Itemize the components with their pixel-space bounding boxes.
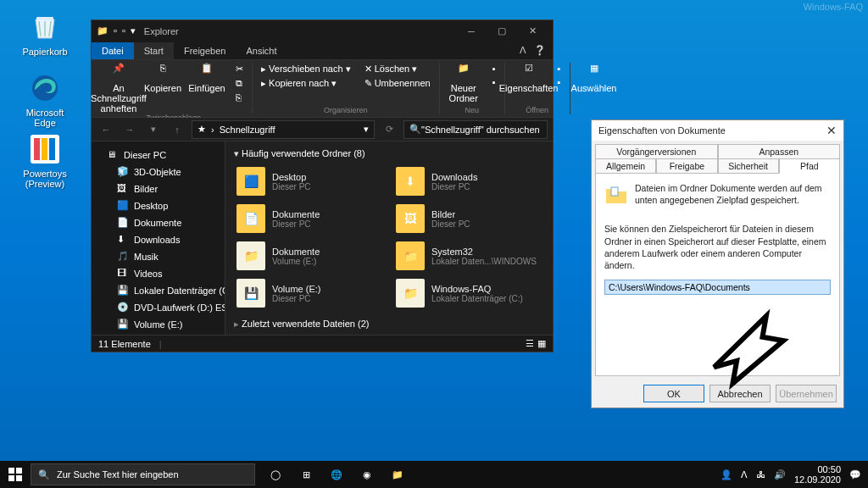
address-row: ← → ▾ ↑ ★ › Schnellzugriff ▾ ⟳ 🔍 "Schnel… <box>92 118 553 141</box>
copy-to-button[interactable]: ▸ Kopieren nach ▾ <box>258 77 354 90</box>
tray-network-icon[interactable]: 🖧 <box>756 469 765 480</box>
tab-share[interactable]: Freigeben <box>174 42 236 59</box>
content-pane: ▾ Häufig verwendete Ordner (8) 🟦 Desktop… <box>225 141 553 335</box>
tree-dvd[interactable]: 💿DVD-Laufwerk (D:) ESD-ISO <box>93 299 223 316</box>
folder-item[interactable]: 📁 Windows-FAQLokaler Datenträger (C:) <box>393 276 544 310</box>
folder-item[interactable]: ⬇ DownloadsDieser PC <box>393 164 544 198</box>
tray-chevron-icon[interactable]: ᐱ <box>741 469 748 480</box>
folder-name: Bilder <box>431 209 470 219</box>
apply-button[interactable]: Übernehmen <box>776 385 837 402</box>
folder-icon: ⬇ <box>396 167 425 196</box>
paste-icon: 📋 <box>198 63 216 81</box>
desktop-icon-edge[interactable]: Microsoft Edge <box>14 71 75 128</box>
folder-icon: 📁 <box>396 279 425 308</box>
folder-item[interactable]: 🖼 BilderDieser PC <box>393 202 544 236</box>
ok-button[interactable]: OK <box>643 385 704 402</box>
svg-rect-5 <box>49 138 55 160</box>
tray-volume-icon[interactable]: 🔊 <box>774 469 786 480</box>
tab-file[interactable]: Datei <box>92 42 134 59</box>
taskbar-search[interactable]: 🔍 Zur Suche Text hier eingeben <box>31 463 255 485</box>
tray-notifications-icon[interactable]: 💬 <box>849 469 861 480</box>
taskbar-chrome[interactable]: ◉ <box>352 461 382 488</box>
minimize-button[interactable]: ─ <box>456 26 487 36</box>
tab-previous-versions[interactable]: Vorgängerversionen <box>595 144 718 159</box>
folder-item[interactable]: 📁 DokumenteVolume (E:) <box>234 239 385 273</box>
tab-path[interactable]: Pfad <box>779 158 840 174</box>
tab-start[interactable]: Start <box>134 42 174 59</box>
tab-view[interactable]: Ansicht <box>236 42 287 59</box>
close-button[interactable]: ✕ <box>826 124 837 137</box>
drive-icon: 💾 <box>117 319 129 330</box>
folder-item[interactable]: 📁 System32Lokaler Daten...\WINDOWS <box>393 239 544 273</box>
properties-button[interactable]: ☑Eigenschaften <box>510 63 548 93</box>
copy-button[interactable]: ⎘Kopieren <box>144 63 181 93</box>
tree-this-pc[interactable]: 🖥Dieser PC <box>93 147 223 164</box>
new-folder-button[interactable]: 📁Neuer Ordner <box>445 63 482 103</box>
desktop-icon-powertoys[interactable]: Powertoys (Preview) <box>14 132 75 189</box>
pin-button[interactable]: 📌An Schnellzugriff anheften <box>100 63 137 114</box>
tray-people-icon[interactable]: 👤 <box>721 469 732 480</box>
group-label: Neu <box>465 106 479 114</box>
search-icon: 🔍 <box>409 124 421 135</box>
videos-icon: 🎞 <box>117 268 129 280</box>
tab-share[interactable]: Freigabe <box>656 158 717 174</box>
refresh-button[interactable]: ⟳ <box>380 120 398 139</box>
tree-drive-e[interactable]: 💾Volume (E:) <box>93 316 223 333</box>
tree-desktop[interactable]: 🟦Desktop <box>93 197 223 214</box>
taskbar: 🔍 Zur Suche Text hier eingeben ◯ ⊞ 🌐 ◉ 📁… <box>0 461 868 488</box>
tray-clock[interactable]: 00:5012.09.2020 <box>794 464 841 485</box>
address-bar[interactable]: ★ › Schnellzugriff ▾ <box>192 120 375 139</box>
collapse-ribbon-button[interactable]: ᐱ ❔ <box>513 42 553 59</box>
tab-general[interactable]: Allgemein <box>595 158 656 174</box>
qat-dropdown-icon[interactable]: ▾ <box>131 25 136 36</box>
taskbar-explorer[interactable]: 📁 <box>382 461 413 488</box>
tree-documents[interactable]: 📄Dokumente <box>93 214 223 231</box>
delete-button[interactable]: ✕ Löschen ▾ <box>361 63 434 75</box>
tab-security[interactable]: Sicherheit <box>718 158 779 174</box>
section-header-recent[interactable]: ▸ Zuletzt verwendete Dateien (2) <box>234 319 544 330</box>
tab-customize[interactable]: Anpassen <box>718 144 841 159</box>
path-input[interactable] <box>604 280 831 295</box>
qat-icon[interactable]: ▫ <box>122 25 125 36</box>
tree-pictures[interactable]: 🖼Bilder <box>93 180 223 197</box>
move-to-button[interactable]: ▸ Verschieben nach ▾ <box>258 63 354 75</box>
tree-drive-c[interactable]: 💾Lokaler Datenträger (C:) <box>93 282 223 299</box>
desktop-icon-label: Powertoys (Preview) <box>14 169 75 189</box>
folder-item[interactable]: 💾 Volume (E:)Dieser PC <box>234 276 385 310</box>
nav-up-button[interactable]: ↑ <box>168 120 186 139</box>
svg-rect-10 <box>16 475 22 481</box>
folder-item[interactable]: 📄 DokumenteDieser PC <box>234 202 385 236</box>
taskbar-edge[interactable]: 🌐 <box>321 461 352 488</box>
section-header[interactable]: ▾ Häufig verwendete Ordner (8) <box>234 148 544 159</box>
close-button[interactable]: ✕ <box>517 25 548 36</box>
paste-button[interactable]: 📋Einfügen <box>188 63 225 93</box>
nav-history-button[interactable]: ▾ <box>144 120 163 139</box>
view-large-button[interactable]: ▦ <box>537 338 546 349</box>
tree-downloads[interactable]: ⬇Downloads <box>93 231 223 248</box>
start-button[interactable] <box>0 461 31 488</box>
rename-button[interactable]: ✎ Umbenennen <box>361 77 434 90</box>
folder-item[interactable]: 🟦 DesktopDieser PC <box>234 164 385 198</box>
pictures-icon: 🖼 <box>117 183 129 195</box>
qat-icon[interactable]: ▫ <box>114 25 117 36</box>
tree-videos[interactable]: 🎞Videos <box>93 265 223 282</box>
nav-back-button[interactable]: ← <box>97 120 115 139</box>
tree-3d-objects[interactable]: 🧊3D-Objekte <box>93 164 223 180</box>
search-input[interactable]: 🔍 "Schnellzugriff" durchsuchen <box>403 120 548 139</box>
view-details-button[interactable]: ☰ <box>526 338 534 349</box>
nav-forward-button[interactable]: → <box>120 120 139 139</box>
status-text: 11 Elemente <box>98 339 151 349</box>
explorer-titlebar[interactable]: 📁 ▫ ▫ ▾ Explorer ─ ▢ ✕ <box>92 20 553 42</box>
task-view-button[interactable]: ⊞ <box>291 461 321 488</box>
dialog-titlebar[interactable]: Eigenschaften von Dokumente ✕ <box>592 120 843 141</box>
cortana-button[interactable]: ◯ <box>260 461 291 488</box>
select-button[interactable]: ▦Auswählen <box>576 63 613 93</box>
desktop-icon-recycle-bin[interactable]: Papierkorb <box>14 10 75 57</box>
folder-sub: Dieser PC <box>272 294 320 303</box>
dialog-info: Sie können den Zielspeicherort für Datei… <box>604 223 831 271</box>
copy-icon: ⎘ <box>153 63 172 81</box>
tree-music[interactable]: 🎵Musik <box>93 248 223 265</box>
maximize-button[interactable]: ▢ <box>487 25 517 36</box>
folder-icon: 🟦 <box>236 167 265 196</box>
cancel-button[interactable]: Abbrechen <box>709 385 771 402</box>
